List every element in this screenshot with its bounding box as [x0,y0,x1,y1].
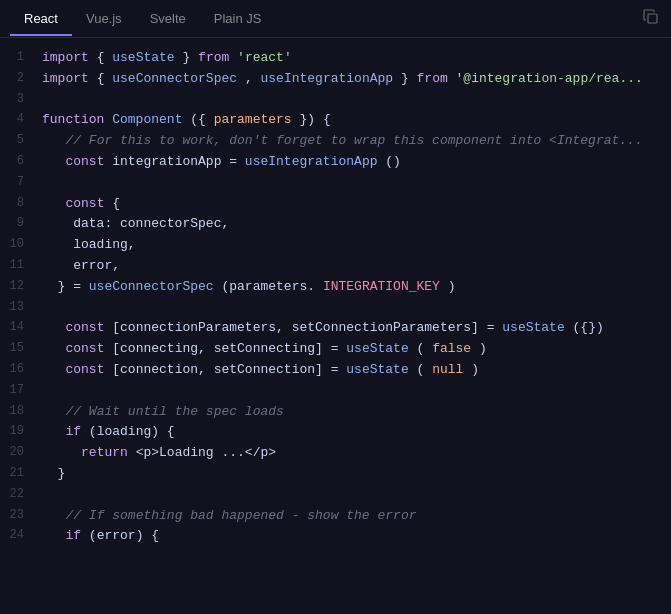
code-line-23: // If something bad happened - show the … [42,506,661,527]
code-content: import { useState } from 'react' import … [36,38,671,614]
code-line-14: const [connectionParameters, setConnecti… [42,318,661,339]
line-numbers: 1 2 3 4 5 6 7 8 9 10 11 12 13 14 15 16 1… [0,38,36,614]
tab-vuejs[interactable]: Vue.js [72,3,136,34]
code-line-2: import { useConnectorSpec , useIntegrati… [42,69,661,90]
code-line-16: const [connection, setConnection] = useS… [42,360,661,381]
code-line-22 [42,485,661,506]
code-line-5: // For this to work, don't forget to wra… [42,131,661,152]
code-line-9: data: connectorSpec, [42,214,661,235]
code-line-24: if (error) { [42,526,661,547]
tab-svelte[interactable]: Svelte [136,3,200,34]
code-line-17 [42,381,661,402]
code-line-15: const [connecting, setConnecting] = useS… [42,339,661,360]
code-line-1: import { useState } from 'react' [42,48,661,69]
code-line-10: loading, [42,235,661,256]
code-area: 1 2 3 4 5 6 7 8 9 10 11 12 13 14 15 16 1… [0,38,671,614]
tab-bar: React Vue.js Svelte Plain JS [0,0,671,38]
code-line-4: function Component ({ parameters }) { [42,110,661,131]
code-line-19: if (loading) { [42,422,661,443]
code-line-12: } = useConnectorSpec (parameters. INTEGR… [42,277,661,298]
code-line-18: // Wait until the spec loads [42,402,661,423]
tab-plainjs[interactable]: Plain JS [200,3,276,34]
code-line-6: const integrationApp = useIntegrationApp… [42,152,661,173]
code-line-3 [42,90,661,111]
svg-rect-0 [648,14,657,23]
tab-react[interactable]: React [10,3,72,36]
code-line-11: error, [42,256,661,277]
code-line-21: } [42,464,661,485]
code-line-8: const { [42,194,661,215]
code-line-20: return <p>Loading ...</p> [42,443,661,464]
copy-icon[interactable] [643,9,659,29]
code-line-7 [42,173,661,194]
code-line-13 [42,298,661,319]
